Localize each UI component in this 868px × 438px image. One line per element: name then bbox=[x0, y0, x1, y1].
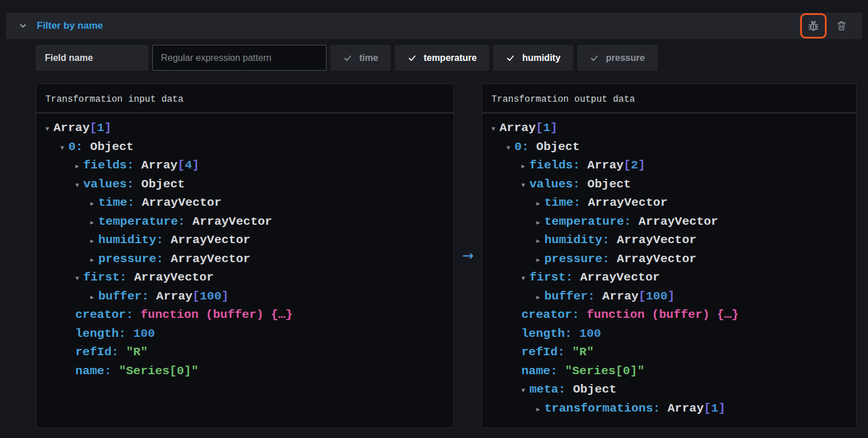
json-tree-row[interactable]: ▾meta: Object bbox=[482, 381, 856, 399]
trash-icon bbox=[835, 20, 848, 32]
transform-title[interactable]: Filter by name bbox=[37, 20, 103, 32]
field-chip-label: time bbox=[359, 53, 378, 63]
json-value: [ bbox=[639, 290, 646, 303]
output-panel-title: Transformation output data bbox=[482, 84, 856, 113]
expand-node-icon[interactable]: ▸ bbox=[536, 194, 544, 213]
json-value: ArrayVector bbox=[134, 271, 214, 284]
json-key: time: bbox=[544, 196, 581, 209]
json-key: humidity: bbox=[544, 233, 609, 247]
expand-node-icon[interactable]: ▸ bbox=[90, 288, 98, 307]
json-value: Array bbox=[53, 121, 90, 135]
json-tree-row[interactable]: ▾0: Object bbox=[482, 138, 856, 157]
json-value: function (buffer) {…} bbox=[586, 308, 739, 321]
expand-node-icon[interactable]: ▸ bbox=[90, 251, 98, 270]
json-tree-row: name: "Series[0]" bbox=[36, 362, 454, 381]
json-key: temperature: bbox=[98, 215, 185, 228]
json-key: name: bbox=[75, 364, 112, 378]
json-tree-row[interactable]: ▾first: ArrayVector bbox=[36, 268, 454, 287]
json-value: ] bbox=[667, 290, 675, 303]
json-tree-row: refId: "R" bbox=[482, 343, 856, 362]
expand-node-icon[interactable]: ▸ bbox=[536, 288, 544, 307]
json-tree-row[interactable]: ▾0: Object bbox=[36, 138, 454, 157]
field-chip-label: pressure bbox=[606, 53, 645, 63]
expand-node-icon[interactable]: ▸ bbox=[536, 232, 544, 251]
json-tree-row[interactable]: ▸pressure: ArrayVector bbox=[36, 250, 454, 269]
json-value: ArrayVector bbox=[580, 271, 660, 284]
json-value: ArrayVector bbox=[588, 196, 668, 209]
json-key: creator: bbox=[75, 308, 133, 321]
json-key: fields: bbox=[83, 159, 134, 172]
input-panel-title: Transformation input data bbox=[36, 84, 454, 113]
expand-node-icon[interactable]: ▸ bbox=[536, 213, 544, 232]
json-key: length: bbox=[75, 327, 126, 340]
field-chip-label: humidity bbox=[522, 53, 560, 63]
expand-node-icon[interactable]: ▸ bbox=[536, 251, 544, 270]
field-chip-time[interactable]: time bbox=[331, 45, 391, 71]
collapse-node-icon[interactable]: ▾ bbox=[60, 139, 68, 157]
json-key: refId: bbox=[75, 345, 119, 359]
json-value: ArrayVector bbox=[617, 252, 697, 266]
json-tree-row[interactable]: ▸buffer: Array[100] bbox=[482, 287, 856, 306]
json-tree-row[interactable]: ▸pressure: ArrayVector bbox=[482, 250, 856, 269]
json-tree-row[interactable]: ▾Array[1] bbox=[482, 119, 856, 138]
collapse-node-icon[interactable]: ▾ bbox=[491, 120, 500, 139]
json-tree-row[interactable]: ▾Array[1] bbox=[36, 119, 454, 138]
json-tree-row[interactable]: ▸buffer: Array[100] bbox=[36, 287, 454, 306]
collapse-node-icon[interactable]: ▾ bbox=[75, 269, 83, 288]
json-value: "Series[0]" bbox=[119, 364, 199, 378]
debug-transform-button[interactable] bbox=[800, 13, 827, 39]
json-tree-row[interactable]: ▾values: Object bbox=[36, 175, 454, 194]
field-chip-temperature[interactable]: temperature bbox=[395, 45, 489, 71]
json-key: first: bbox=[529, 271, 573, 284]
json-tree-row[interactable]: ▸time: ArrayVector bbox=[36, 194, 454, 213]
json-key: meta: bbox=[529, 383, 566, 396]
json-tree-row[interactable]: ▾first: ArrayVector bbox=[482, 268, 856, 287]
expand-node-icon[interactable]: ▸ bbox=[536, 400, 544, 419]
field-chip-humidity[interactable]: humidity bbox=[493, 45, 573, 71]
json-key: transformations: bbox=[544, 402, 660, 415]
json-value: ] bbox=[192, 159, 199, 172]
json-tree-row[interactable]: ▸fields: Array[4] bbox=[36, 156, 454, 175]
remove-transform-button[interactable] bbox=[835, 19, 848, 33]
expand-node-icon[interactable]: ▸ bbox=[90, 194, 98, 213]
json-value: function (buffer) {…} bbox=[140, 308, 293, 321]
debug-panels: Transformation input data ▾Array[1]▾0: O… bbox=[36, 83, 857, 428]
json-tree-row[interactable]: ▸transformations: Array[1] bbox=[482, 399, 856, 418]
json-tree-row[interactable]: ▸time: ArrayVector bbox=[482, 194, 856, 213]
json-tree-row[interactable]: ▸humidity: ArrayVector bbox=[36, 231, 454, 250]
json-value: 100 bbox=[579, 327, 601, 340]
expand-node-icon[interactable]: ▸ bbox=[90, 232, 98, 251]
json-value: ArrayVector bbox=[639, 215, 719, 228]
output-json-tree: ▾Array[1]▾0: Object▸fields: Array[2]▾val… bbox=[482, 113, 856, 418]
json-value: Array bbox=[500, 121, 536, 135]
collapse-chevron-icon[interactable] bbox=[17, 20, 29, 32]
collapse-node-icon[interactable]: ▾ bbox=[521, 269, 529, 288]
collapse-node-icon[interactable]: ▾ bbox=[75, 176, 83, 195]
regex-pattern-input[interactable] bbox=[152, 45, 327, 71]
json-tree-row: creator: function (buffer) {…} bbox=[482, 306, 856, 325]
output-data-panel: Transformation output data ▾Array[1]▾0: … bbox=[482, 83, 857, 428]
json-tree-row[interactable]: ▸humidity: ArrayVector bbox=[482, 231, 856, 250]
json-key: creator: bbox=[521, 308, 579, 321]
expand-node-icon[interactable]: ▸ bbox=[521, 157, 529, 176]
field-chip-list: timetemperaturehumiditypressure bbox=[331, 45, 658, 71]
json-tree-row[interactable]: ▾values: Object bbox=[482, 175, 856, 194]
collapse-node-icon[interactable]: ▾ bbox=[45, 120, 53, 139]
json-key: buffer: bbox=[544, 290, 595, 303]
json-value: "R" bbox=[572, 345, 594, 359]
collapse-node-icon[interactable]: ▾ bbox=[521, 176, 529, 195]
json-tree-row[interactable]: ▸temperature: ArrayVector bbox=[482, 213, 856, 232]
json-value: Object bbox=[141, 178, 185, 191]
json-key: first: bbox=[83, 271, 127, 284]
collapse-node-icon[interactable]: ▾ bbox=[521, 381, 529, 400]
expand-node-icon[interactable]: ▸ bbox=[90, 213, 98, 232]
expand-node-icon[interactable]: ▸ bbox=[75, 157, 83, 176]
json-key: name: bbox=[521, 364, 558, 378]
field-chip-pressure[interactable]: pressure bbox=[577, 45, 658, 71]
json-value: [ bbox=[536, 121, 543, 135]
json-tree-row[interactable]: ▸fields: Array[2] bbox=[482, 156, 856, 175]
bug-icon bbox=[806, 19, 820, 33]
json-tree-row[interactable]: ▸temperature: ArrayVector bbox=[36, 213, 454, 232]
collapse-node-icon[interactable]: ▾ bbox=[506, 139, 514, 157]
json-key: pressure: bbox=[544, 252, 609, 266]
